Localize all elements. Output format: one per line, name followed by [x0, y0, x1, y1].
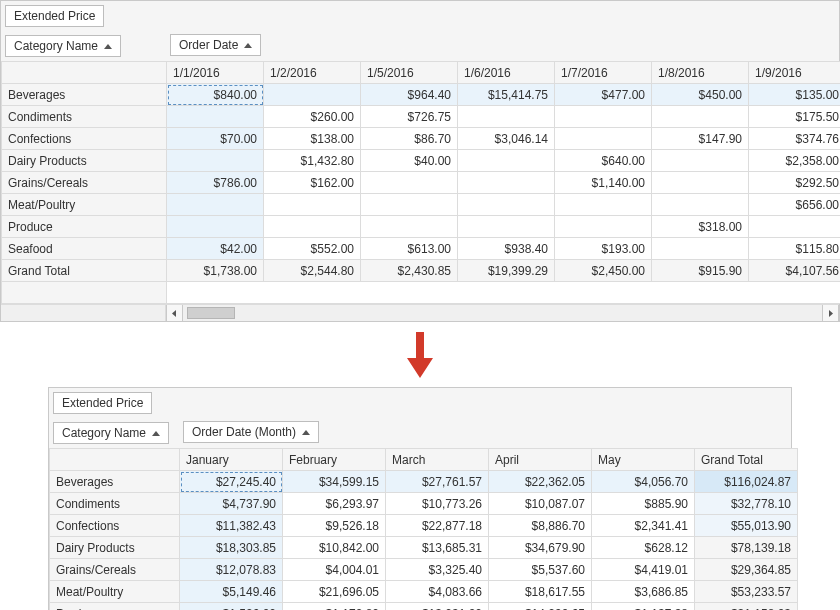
col-header[interactable]: January	[180, 449, 283, 471]
data-cell[interactable]: $450.00	[652, 84, 749, 106]
row-header[interactable]: Produce	[50, 603, 180, 611]
data-cell[interactable]: $552.00	[264, 238, 361, 260]
data-cell[interactable]: $27,245.40	[180, 471, 283, 493]
data-cell[interactable]: $1,432.80	[264, 150, 361, 172]
col-header[interactable]: 1/6/2016	[458, 62, 555, 84]
data-cell[interactable]: $10,773.26	[386, 493, 489, 515]
col-header[interactable]: April	[489, 449, 592, 471]
data-cell[interactable]: $6,293.97	[283, 493, 386, 515]
row-header[interactable]: Grains/Cereals	[2, 172, 167, 194]
data-cell[interactable]: $53,233.57	[695, 581, 798, 603]
data-cell[interactable]: $5,537.60	[489, 559, 592, 581]
data-cell[interactable]: $15,414.75	[458, 84, 555, 106]
data-cell[interactable]: $42.00	[167, 238, 264, 260]
data-cell[interactable]: $4,737.90	[180, 493, 283, 515]
data-cell[interactable]	[361, 216, 458, 238]
data-cell[interactable]: $4,083.66	[386, 581, 489, 603]
data-cell[interactable]: $147.90	[652, 128, 749, 150]
data-cell[interactable]: $628.12	[592, 537, 695, 559]
data-cell[interactable]: $18,303.85	[180, 537, 283, 559]
data-cell[interactable]	[652, 172, 749, 194]
data-cell[interactable]: $4,419.01	[592, 559, 695, 581]
row-field-button[interactable]: Category Name	[5, 35, 121, 57]
row-header[interactable]: Beverages	[50, 471, 180, 493]
data-cell[interactable]: $31,158.03	[695, 603, 798, 611]
grand-total-cell[interactable]: $2,544.80	[264, 260, 361, 282]
row-header[interactable]: Dairy Products	[50, 537, 180, 559]
grand-total-cell[interactable]: $2,450.00	[555, 260, 652, 282]
data-cell[interactable]	[361, 172, 458, 194]
horizontal-scrollbar[interactable]	[1, 304, 839, 321]
data-cell[interactable]: $193.00	[555, 238, 652, 260]
scroll-left-button[interactable]	[166, 305, 183, 321]
data-cell[interactable]	[555, 216, 652, 238]
data-cell[interactable]: $1,140.00	[555, 172, 652, 194]
data-cell[interactable]	[458, 150, 555, 172]
row-field-button[interactable]: Category Name	[53, 422, 169, 444]
column-field-button[interactable]: Order Date	[170, 34, 261, 56]
grand-total-header[interactable]: Grand Total	[2, 260, 167, 282]
data-cell[interactable]: $318.00	[652, 216, 749, 238]
data-cell[interactable]: $656.00	[749, 194, 841, 216]
col-header[interactable]: 1/2/2016	[264, 62, 361, 84]
row-header[interactable]: Seafood	[2, 238, 167, 260]
data-cell[interactable]: $13,031.20	[386, 603, 489, 611]
data-cell[interactable]: $86.70	[361, 128, 458, 150]
data-cell[interactable]: $21,696.05	[283, 581, 386, 603]
data-cell[interactable]	[264, 216, 361, 238]
data-cell[interactable]: $5,149.46	[180, 581, 283, 603]
row-header[interactable]: Beverages	[2, 84, 167, 106]
grand-total-cell[interactable]: $4,107.56	[749, 260, 841, 282]
data-cell[interactable]: $18,617.55	[489, 581, 592, 603]
data-cell[interactable]: $138.00	[264, 128, 361, 150]
data-cell[interactable]: $175.50	[749, 106, 841, 128]
scroll-thumb[interactable]	[187, 307, 235, 319]
data-cell[interactable]: $12,078.83	[180, 559, 283, 581]
data-cell[interactable]: $840.00	[167, 84, 264, 106]
data-cell[interactable]: $22,877.18	[386, 515, 489, 537]
data-cell[interactable]: $4,004.01	[283, 559, 386, 581]
data-cell[interactable]: $14,290.65	[489, 603, 592, 611]
data-cell[interactable]	[652, 150, 749, 172]
data-cell[interactable]: $1,526.00	[180, 603, 283, 611]
row-header[interactable]: Dairy Products	[2, 150, 167, 172]
data-cell[interactable]: $27,761.57	[386, 471, 489, 493]
data-cell[interactable]	[458, 194, 555, 216]
data-cell[interactable]	[652, 194, 749, 216]
data-cell[interactable]: $640.00	[555, 150, 652, 172]
data-cell[interactable]: $1,172.80	[283, 603, 386, 611]
data-cell[interactable]	[167, 194, 264, 216]
data-cell[interactable]	[652, 106, 749, 128]
data-cell[interactable]: $34,679.90	[489, 537, 592, 559]
data-cell[interactable]: $70.00	[167, 128, 264, 150]
data-cell[interactable]	[167, 150, 264, 172]
measure-field-button[interactable]: Extended Price	[53, 392, 152, 414]
data-cell[interactable]: $8,886.70	[489, 515, 592, 537]
data-cell[interactable]	[458, 106, 555, 128]
col-header[interactable]: May	[592, 449, 695, 471]
col-header[interactable]: 1/1/2016	[167, 62, 264, 84]
data-cell[interactable]: $13,685.31	[386, 537, 489, 559]
data-cell[interactable]: $2,341.41	[592, 515, 695, 537]
col-header[interactable]: 1/8/2016	[652, 62, 749, 84]
data-cell[interactable]	[555, 128, 652, 150]
data-cell[interactable]	[652, 238, 749, 260]
data-cell[interactable]: $477.00	[555, 84, 652, 106]
row-header[interactable]: Confections	[50, 515, 180, 537]
data-cell[interactable]: $3,686.85	[592, 581, 695, 603]
col-header[interactable]: Grand Total	[695, 449, 798, 471]
col-header[interactable]: 1/7/2016	[555, 62, 652, 84]
data-cell[interactable]	[167, 216, 264, 238]
data-cell[interactable]: $938.40	[458, 238, 555, 260]
data-cell[interactable]	[458, 172, 555, 194]
data-cell[interactable]: $4,056.70	[592, 471, 695, 493]
row-header[interactable]: Condiments	[2, 106, 167, 128]
grand-total-cell[interactable]: $19,399.29	[458, 260, 555, 282]
data-cell[interactable]: $2,358.00	[749, 150, 841, 172]
data-cell[interactable]: $260.00	[264, 106, 361, 128]
data-cell[interactable]: $162.00	[264, 172, 361, 194]
row-header[interactable]: Condiments	[50, 493, 180, 515]
row-header[interactable]: Meat/Poultry	[50, 581, 180, 603]
data-cell[interactable]	[264, 84, 361, 106]
data-cell[interactable]: $726.75	[361, 106, 458, 128]
